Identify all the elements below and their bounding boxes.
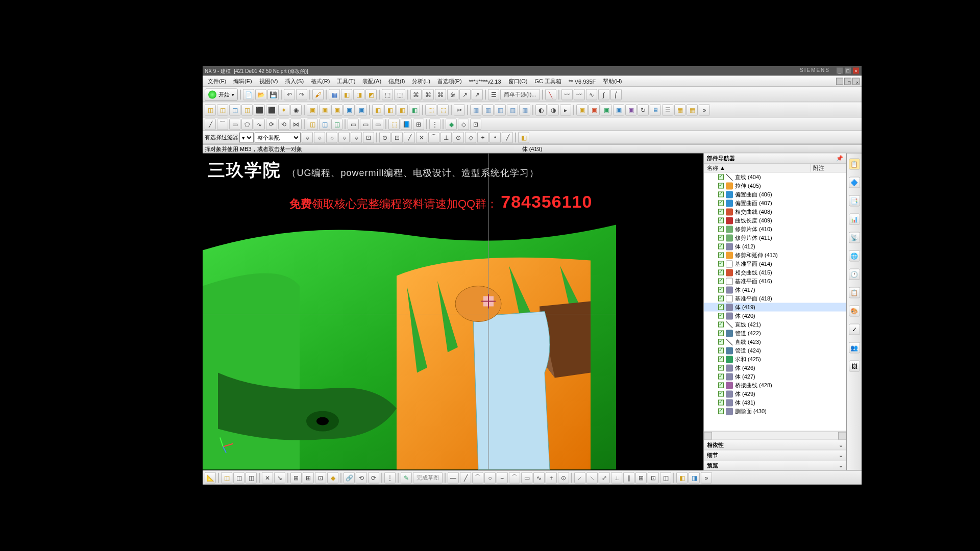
tab-history-icon[interactable]: 📊 (849, 214, 860, 225)
cube-icon[interactable]: ◧ (341, 89, 352, 100)
r2-t8-icon[interactable]: ◉ (290, 104, 302, 115)
tab-check-icon[interactable]: ✓ (849, 324, 860, 335)
tree-row[interactable]: 求和 (425) (704, 355, 846, 364)
r3-t21-icon[interactable]: ⊡ (470, 118, 481, 130)
tab-people-icon[interactable]: 👥 (849, 342, 860, 354)
checkbox-icon[interactable] (718, 287, 724, 293)
menu-info[interactable]: 信息(I) (385, 77, 408, 86)
r2-surf2-icon[interactable]: ▥ (482, 104, 494, 115)
tool-d-icon[interactable]: ※ (447, 89, 458, 100)
snap-line-icon[interactable]: ╱ (404, 132, 415, 143)
bb-sk6-icon[interactable]: ⌒ (509, 472, 520, 483)
snap-end-icon[interactable]: ⊡ (391, 132, 403, 143)
menu-view[interactable]: 视图(V) (256, 77, 281, 86)
r2-t13-icon[interactable]: ▣ (356, 104, 367, 115)
redo-icon[interactable]: ↷ (296, 89, 307, 100)
maximize-button[interactable]: □ (844, 67, 851, 74)
bb-t12-icon[interactable]: ⟲ (356, 472, 367, 483)
tab-image-icon[interactable]: 🖼 (849, 361, 860, 372)
bb-c7-icon[interactable]: ⊡ (648, 472, 659, 483)
tree-row[interactable]: 曲线长度 (409) (704, 216, 846, 225)
tree-row[interactable]: 相交曲线 (408) (704, 208, 846, 216)
r3-t16-icon[interactable]: 📘 (401, 118, 412, 130)
tool-a-icon[interactable]: ⌘ (410, 89, 422, 100)
minimize-button[interactable]: _ (836, 67, 843, 74)
tab-navigator-icon[interactable]: 📋 (849, 159, 860, 170)
tab-list-icon[interactable]: 📋 (849, 287, 860, 298)
menu-help[interactable]: 帮助(H) (600, 77, 625, 86)
open-icon[interactable]: 📂 (255, 89, 266, 100)
checkbox-icon[interactable] (718, 261, 724, 267)
menu-edit[interactable]: 编辑(E) (230, 77, 255, 86)
bb-sk8-icon[interactable]: ∿ (533, 472, 545, 483)
shell-icon[interactable]: ⬚ (382, 89, 393, 100)
r3-t9-icon[interactable]: ◫ (307, 118, 318, 130)
tree-row[interactable]: 基准平面 (414) (704, 260, 846, 268)
snap-int-icon[interactable]: ✕ (416, 132, 427, 143)
mdi-close-button[interactable]: × (852, 78, 860, 85)
menu-file[interactable]: 文件(F) (205, 77, 229, 86)
new-icon[interactable]: 📄 (243, 89, 254, 100)
bb-c5-icon[interactable]: ∥ (623, 472, 634, 483)
r2-t7-icon[interactable]: ✦ (278, 104, 289, 115)
r3-t12-icon[interactable]: ▭ (348, 118, 359, 130)
tree-row[interactable]: 直线 (404) (704, 173, 846, 182)
bb-sk7-icon[interactable]: ▭ (521, 472, 532, 483)
tab-color-icon[interactable]: 🎨 (849, 306, 860, 317)
tab-clock-icon[interactable]: 🕐 (849, 269, 860, 280)
curve2-icon[interactable]: 〰 (574, 89, 585, 100)
bb-c4-icon[interactable]: ⟂ (611, 472, 622, 483)
bb-t9-icon[interactable]: ⊡ (315, 472, 326, 483)
bb-d2-icon[interactable]: ◨ (689, 472, 700, 483)
r2-g10-icon[interactable]: ▦ (687, 104, 698, 115)
checkbox-icon[interactable] (718, 339, 724, 345)
tree-row[interactable]: 修剪片体 (411) (704, 234, 846, 242)
checkbox-icon[interactable] (718, 183, 724, 189)
bb-sk10-icon[interactable]: ⊙ (558, 472, 569, 483)
checkbox-icon[interactable] (718, 253, 724, 258)
r3-rect-icon[interactable]: ▭ (229, 118, 240, 130)
bb-c3-icon[interactable]: ⤢ (599, 472, 610, 483)
viewport-3d[interactable]: 三玖学院 （UG编程、powermill编程、电极设计、造型系统化学习） 免费领… (203, 154, 703, 470)
checkbox-icon[interactable] (718, 391, 724, 397)
bb-sk1-icon[interactable]: — (448, 472, 459, 483)
aux-icon[interactable]: ☰ (488, 89, 499, 100)
checkbox-icon[interactable] (718, 383, 724, 388)
snap-cube-icon[interactable]: ◧ (518, 132, 529, 143)
tool-f-icon[interactable]: ↗ (472, 89, 483, 100)
snap-plus-icon[interactable]: + (477, 132, 488, 143)
sb-t2-icon[interactable]: ⟐ (314, 132, 325, 143)
bb-c8-icon[interactable]: ◫ (660, 472, 671, 483)
bb-t8-icon[interactable]: ⊞ (303, 472, 314, 483)
bb-t11-icon[interactable]: 🔗 (344, 472, 355, 483)
checkbox-icon[interactable] (718, 296, 724, 302)
tree-row[interactable]: 修剪片体 (410) (704, 225, 846, 234)
pattern-icon[interactable]: ⬚ (394, 89, 405, 100)
tree-row[interactable]: 拉伸 (405) (704, 182, 846, 190)
r3-t11-icon[interactable]: ◫ (331, 118, 342, 130)
paint-icon[interactable]: 🖌 (312, 89, 324, 100)
menu-prefs[interactable]: 首选项(P) (434, 77, 465, 86)
mdi-restore-button[interactable]: □ (844, 78, 851, 85)
checkbox-icon[interactable] (718, 201, 724, 206)
r2-t19-icon[interactable]: ⬚ (437, 104, 449, 115)
checkbox-icon[interactable] (718, 174, 724, 180)
bb-t10-icon[interactable]: ◆ (327, 472, 338, 483)
r2-f2-icon[interactable]: ◑ (548, 104, 559, 115)
tool-c-icon[interactable]: ⌘ (435, 89, 446, 100)
tool-b-icon[interactable]: ⌘ (423, 89, 434, 100)
tree-row[interactable]: 体 (412) (704, 242, 846, 251)
r2-g9-icon[interactable]: ▦ (674, 104, 685, 115)
r2-t1-icon[interactable]: ◫ (205, 104, 216, 115)
r3-t14-icon[interactable]: ▭ (372, 118, 383, 130)
checkbox-icon[interactable] (718, 357, 724, 362)
r2-t17-icon[interactable]: ◧ (409, 104, 420, 115)
line-tool-icon[interactable]: ╲ (545, 89, 556, 100)
r3-t8-icon[interactable]: ⋈ (290, 118, 302, 130)
r2-t16-icon[interactable]: ◧ (397, 104, 408, 115)
tree-row[interactable]: 修剪和延伸 (413) (704, 251, 846, 260)
r2-surf3-icon[interactable]: ▥ (495, 104, 506, 115)
r2-t15-icon[interactable]: ◧ (384, 104, 396, 115)
r3-poly-icon[interactable]: ⬠ (241, 118, 253, 130)
bb-t3-icon[interactable]: ◫ (233, 472, 244, 483)
